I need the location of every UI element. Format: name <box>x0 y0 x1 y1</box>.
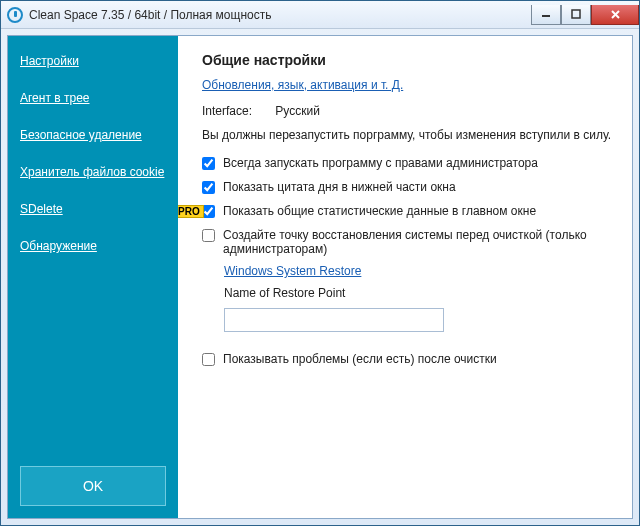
check-label: Показать цитата дня в нижней части окна <box>223 180 618 194</box>
restart-notice: Вы должны перезапустить порграмму, чтобы… <box>202 128 618 142</box>
interface-value: Русский <box>275 104 320 118</box>
sidebar-footer: OK <box>8 454 178 518</box>
client-area: Настройки Агент в трее Безопасное удален… <box>7 35 633 519</box>
maximize-button[interactable] <box>561 5 591 25</box>
check-label: Создайте точку восстановления системы пе… <box>223 228 618 256</box>
titlebar[interactable]: Clean Space 7.35 / 64bit / Полная мощнос… <box>1 1 639 29</box>
checkbox-list: Всегда запускать программу с правами адм… <box>202 156 618 366</box>
restore-name-label: Name of Restore Point <box>224 286 618 300</box>
minimize-button[interactable] <box>531 5 561 25</box>
check-show-problems[interactable]: Показывать проблемы (если есть) после оч… <box>202 352 618 366</box>
sidebar-item-detection[interactable]: Обнаружение <box>20 239 166 254</box>
check-label: Показывать проблемы (если есть) после оч… <box>223 352 618 366</box>
svg-rect-1 <box>572 10 580 18</box>
ok-button[interactable]: OK <box>20 466 166 506</box>
restore-subsection: Windows System Restore Name of Restore P… <box>224 264 618 332</box>
pro-badge: PRO <box>178 205 204 218</box>
restore-name-input[interactable] <box>224 308 444 332</box>
sidebar-item-cookie-keeper[interactable]: Хранитель файлов cookie <box>20 165 166 180</box>
windows-system-restore-link[interactable]: Windows System Restore <box>224 264 618 278</box>
page-title: Общие настройки <box>202 52 618 68</box>
check-label: Показать общие статистические данные в г… <box>223 204 618 218</box>
check-show-quote[interactable]: Показать цитата дня в нижней части окна <box>202 180 618 194</box>
app-window: Clean Space 7.35 / 64bit / Полная мощнос… <box>0 0 640 526</box>
sidebar-item-secure-delete[interactable]: Безопасное удаление <box>20 128 166 143</box>
window-controls <box>531 5 639 25</box>
check-label: Всегда запускать программу с правами адм… <box>223 156 618 170</box>
check-create-restore[interactable]: Создайте точку восстановления системы пе… <box>202 228 618 256</box>
checkbox-show-stats[interactable] <box>202 205 215 218</box>
sidebar-item-sdelete[interactable]: SDelete <box>20 202 166 217</box>
app-icon <box>7 7 23 23</box>
interface-row: Interface: Русский <box>202 104 618 118</box>
checkbox-show-quote[interactable] <box>202 181 215 194</box>
checkbox-create-restore[interactable] <box>202 229 215 242</box>
main-pane: Общие настройки Обновления, язык, актива… <box>178 36 632 518</box>
updates-link[interactable]: Обновления, язык, активация и т. Д. <box>202 78 403 92</box>
sidebar: Настройки Агент в трее Безопасное удален… <box>8 36 178 518</box>
interface-label: Interface: <box>202 104 272 118</box>
sidebar-nav: Настройки Агент в трее Безопасное удален… <box>8 36 178 272</box>
sidebar-item-settings[interactable]: Настройки <box>20 54 166 69</box>
check-run-as-admin[interactable]: Всегда запускать программу с правами адм… <box>202 156 618 170</box>
checkbox-run-as-admin[interactable] <box>202 157 215 170</box>
window-title: Clean Space 7.35 / 64bit / Полная мощнос… <box>29 8 271 22</box>
checkbox-show-problems[interactable] <box>202 353 215 366</box>
close-button[interactable] <box>591 5 639 25</box>
sidebar-item-tray-agent[interactable]: Агент в трее <box>20 91 166 106</box>
check-show-stats[interactable]: PRO Показать общие статистические данные… <box>202 204 618 218</box>
